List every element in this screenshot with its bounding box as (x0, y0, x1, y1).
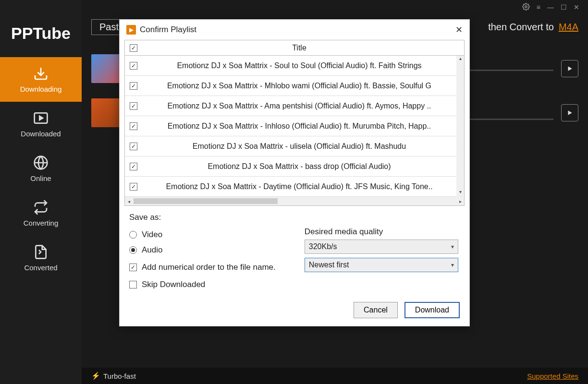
confirm-playlist-dialog: ▶ Confirm Playlist ✕ ✓ Title ✓ Emotionz … (119, 19, 470, 326)
row-checkbox[interactable]: ✓ (130, 62, 137, 70)
file-icon (33, 244, 49, 260)
refresh-icon (33, 200, 49, 215)
supported-sites-link[interactable]: Supported Sites (527, 372, 578, 380)
play-icon (566, 109, 573, 116)
skip-downloaded-checkbox[interactable]: Skip Downloaded (129, 280, 276, 289)
sidebar-item-label: Online (30, 174, 51, 182)
sidebar-item-downloading[interactable]: Downloading (0, 57, 82, 102)
track-title: Emotionz DJ x Soa Mattrix - Daytime (Off… (142, 182, 456, 191)
play-icon (566, 65, 573, 72)
table-header: ✓ Title (125, 40, 464, 56)
table-body[interactable]: ✓ Emotionz DJ x Soa Mattrix - Soul to So… (125, 56, 464, 197)
radio-label: Audio (142, 245, 162, 255)
chevron-down-icon: ▾ (451, 243, 454, 250)
radio-icon (129, 231, 137, 239)
svg-marker-6 (568, 110, 572, 115)
globe-icon (33, 155, 49, 170)
dialog-header: ▶ Confirm Playlist ✕ (120, 20, 469, 40)
save-as-radio-group: Video Audio (129, 230, 276, 255)
checkbox-icon (129, 281, 137, 288)
play-button[interactable] (561, 60, 578, 77)
row-checkbox[interactable]: ✓ (130, 82, 137, 90)
download-icon (33, 66, 49, 81)
column-header-title: Title (142, 44, 456, 52)
table-row[interactable]: ✓ Emotionz DJ x Soa Mattrix - Mhlobo wam… (125, 76, 464, 96)
download-button[interactable]: Download (404, 302, 460, 318)
scroll-down-icon[interactable]: ▾ (456, 189, 464, 197)
footer: ⚡ Turbo-fast Supported Sites (82, 368, 588, 384)
scroll-right-icon[interactable]: ▸ (456, 199, 464, 204)
radio-video[interactable]: Video (129, 230, 276, 240)
checkbox-icon: ✓ (129, 264, 137, 271)
sidebar-item-label: Converted (24, 264, 57, 272)
convert-label: then Convert to (488, 22, 554, 33)
playlist-table: ✓ Title ✓ Emotionz DJ x Soa Mattrix - So… (124, 40, 465, 206)
radio-label: Video (142, 230, 162, 240)
sidebar-item-label: Converting (24, 219, 59, 227)
horizontal-scrollbar[interactable]: ◂ ▸ (125, 197, 464, 205)
sidebar-item-online[interactable]: Online (0, 146, 82, 191)
turbo-indicator[interactable]: ⚡ Turbo-fast (91, 372, 136, 380)
track-title: Emotionz DJ x Soa Mattrix - bass drop (O… (142, 162, 456, 171)
row-checkbox[interactable]: ✓ (130, 143, 137, 150)
quality-select[interactable]: 320Kb/s ▾ (305, 240, 458, 254)
checkbox-label: Skip Downloaded (142, 280, 205, 289)
dialog-body: Save as: Video Audio ✓ Add numerical ord… (120, 206, 469, 296)
track-title: Emotionz DJ x Soa Mattrix - Soul to Soul… (142, 61, 456, 70)
scroll-left-icon[interactable]: ◂ (125, 199, 133, 204)
sidebar-item-label: Downloaded (21, 130, 61, 138)
track-title: Emotionz DJ x Soa Mattrix - Inhloso (Off… (142, 122, 456, 131)
track-title: Emotionz DJ x Soa Mattrix - Ama pentshis… (142, 102, 456, 110)
vertical-scrollbar[interactable]: ▴ ▾ (456, 56, 464, 197)
svg-marker-5 (568, 66, 572, 71)
sidebar-item-converting[interactable]: Converting (0, 191, 82, 236)
format-selector[interactable]: M4A (559, 22, 578, 33)
cancel-button[interactable]: Cancel (354, 302, 398, 318)
quality-label: Desired media quality (305, 227, 460, 237)
table-row[interactable]: ✓ Emotionz DJ x Soa Mattrix - Inhloso (O… (125, 116, 464, 136)
row-checkbox[interactable]: ✓ (130, 183, 137, 191)
app-icon: ▶ (126, 25, 136, 35)
select-value: 320Kb/s (309, 242, 337, 251)
dialog-footer: Cancel Download (120, 296, 469, 326)
add-numerical-checkbox[interactable]: ✓ Add numerical order to the file name. (129, 263, 276, 272)
row-checkbox[interactable]: ✓ (130, 163, 137, 170)
scroll-up-icon[interactable]: ▴ (456, 56, 464, 63)
table-row[interactable]: ✓ Emotionz DJ x Soa Mattrix - Ama pentsh… (125, 96, 464, 116)
select-value: Newest first (309, 261, 349, 269)
sidebar: PPTube Downloading Downloaded Online Con… (0, 0, 82, 384)
checkbox-label: Add numerical order to the file name. (142, 263, 276, 272)
table-row[interactable]: ✓ Emotionz DJ x Soa Mattrix - ulisela (O… (125, 136, 464, 156)
table-row[interactable]: ✓ Emotionz DJ x Soa Mattrix - bass drop … (125, 156, 464, 177)
film-icon (33, 110, 49, 126)
row-checkbox[interactable]: ✓ (130, 122, 137, 130)
sidebar-item-downloaded[interactable]: Downloaded (0, 102, 82, 146)
chevron-down-icon: ▾ (451, 262, 454, 268)
table-row[interactable]: ✓ Emotionz DJ x Soa Mattrix - Daytime (O… (125, 177, 464, 197)
svg-marker-3 (39, 116, 43, 120)
table-row[interactable]: ✓ Emotionz DJ x Soa Mattrix - Soul to So… (125, 56, 464, 76)
dialog-title: Confirm Playlist (140, 25, 196, 35)
play-button[interactable] (561, 104, 578, 121)
scrollbar-thumb[interactable] (134, 198, 278, 204)
order-select[interactable]: Newest first ▾ (305, 258, 458, 272)
app-logo: PPTube (0, 14, 82, 57)
turbo-label: Turbo-fast (103, 372, 136, 380)
row-checkbox[interactable]: ✓ (130, 102, 137, 110)
track-title: Emotionz DJ x Soa Mattrix - ulisela (Off… (142, 142, 456, 151)
sidebar-item-label: Downloading (20, 85, 62, 93)
select-all-checkbox[interactable]: ✓ (130, 44, 137, 52)
radio-audio[interactable]: Audio (129, 245, 276, 255)
radio-icon (129, 246, 137, 254)
save-as-label: Save as: (129, 213, 460, 222)
sidebar-item-converted[interactable]: Converted (0, 236, 82, 280)
track-title: Emotionz DJ x Soa Mattrix - Mhlobo wami … (142, 82, 456, 90)
dialog-close-button[interactable]: ✕ (455, 24, 463, 35)
bolt-icon: ⚡ (91, 372, 100, 380)
